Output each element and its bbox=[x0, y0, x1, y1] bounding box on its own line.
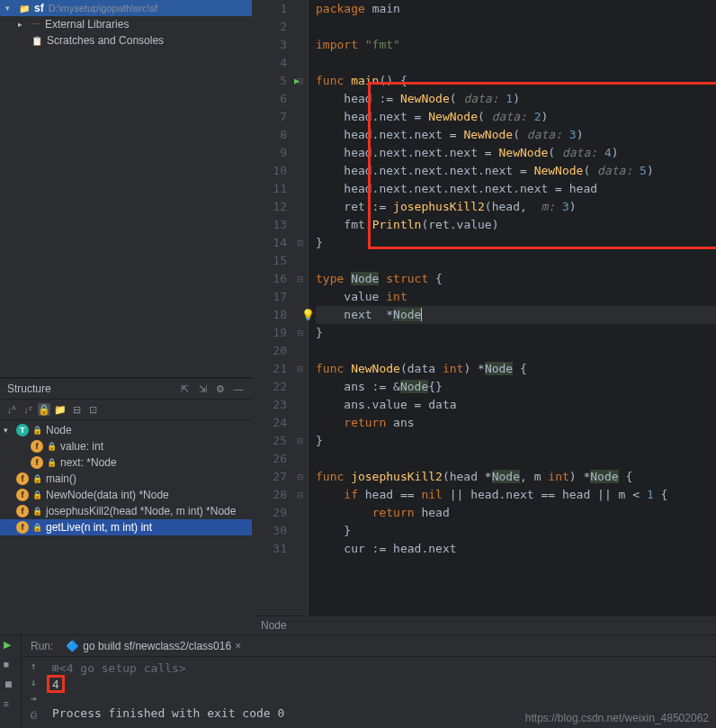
fold-marker[interactable] bbox=[292, 342, 308, 360]
fold-marker[interactable]: ⊟ bbox=[292, 432, 308, 450]
run-button[interactable]: ▶ bbox=[4, 639, 18, 653]
structure-tree[interactable]: ▾ T 🔒 Node f 🔒 value: int f 🔒 next: *Nod… bbox=[0, 420, 252, 537]
line-number[interactable]: 31 bbox=[257, 540, 287, 558]
line-number[interactable]: 9 bbox=[257, 144, 287, 162]
line-number[interactable]: 5▶ bbox=[257, 72, 287, 90]
code-line[interactable] bbox=[316, 18, 716, 36]
code-line[interactable]: func NewNode(data int) *Node { bbox=[316, 360, 716, 378]
line-number[interactable]: 20 bbox=[257, 342, 287, 360]
code-line[interactable]: head.next.next.next.next.next = head bbox=[316, 180, 716, 198]
line-number[interactable]: 12 bbox=[257, 198, 287, 216]
layout-button[interactable]: ≡ bbox=[4, 698, 18, 713]
intention-bulb-icon[interactable]: 💡 bbox=[301, 306, 315, 324]
fold-marker[interactable] bbox=[292, 126, 308, 144]
line-number[interactable]: 30 bbox=[257, 522, 287, 540]
code-line[interactable]: value int bbox=[316, 288, 716, 306]
struct-type-node[interactable]: ▾ T 🔒 Node bbox=[0, 422, 252, 438]
autoscroll-from-icon[interactable]: ⊡ bbox=[86, 403, 99, 416]
code-line[interactable] bbox=[316, 252, 716, 270]
fold-marker[interactable] bbox=[292, 414, 308, 432]
close-icon[interactable]: × bbox=[235, 640, 241, 652]
line-number[interactable]: 4 bbox=[257, 54, 287, 72]
line-number[interactable]: 18 bbox=[257, 306, 287, 324]
fold-marker[interactable]: ⊟ bbox=[292, 486, 308, 504]
project-tree[interactable]: ▾ sf D:\mysetup\gopath\src\sf ▸ External… bbox=[0, 0, 252, 378]
code-line[interactable]: return ans bbox=[316, 414, 716, 432]
line-number[interactable]: 27 bbox=[257, 468, 287, 486]
fold-marker[interactable]: ⊟ bbox=[292, 360, 308, 378]
fold-marker[interactable] bbox=[292, 54, 308, 72]
fold-marker[interactable] bbox=[292, 18, 308, 36]
fold-marker[interactable] bbox=[292, 36, 308, 54]
fold-marker[interactable] bbox=[292, 198, 308, 216]
line-number[interactable]: 28 bbox=[257, 486, 287, 504]
fold-marker[interactable] bbox=[292, 522, 308, 540]
fold-marker[interactable] bbox=[292, 216, 308, 234]
exit-button[interactable]: ⏹ bbox=[4, 679, 18, 693]
line-number[interactable]: 10 bbox=[257, 162, 287, 180]
folder-lock-icon[interactable]: 🔒 bbox=[38, 403, 50, 416]
struct-field[interactable]: f 🔒 next: *Node bbox=[0, 454, 252, 471]
line-number[interactable]: 13 bbox=[257, 216, 287, 234]
project-root[interactable]: ▾ sf D:\mysetup\gopath\src\sf bbox=[0, 0, 252, 16]
fold-marker[interactable] bbox=[292, 504, 308, 522]
fold-marker[interactable] bbox=[292, 144, 308, 162]
code-line[interactable] bbox=[316, 54, 716, 72]
fold-marker[interactable]: ⊟ bbox=[292, 324, 308, 342]
code-line[interactable]: type Node struct { bbox=[316, 270, 716, 288]
fold-marker[interactable] bbox=[292, 540, 308, 558]
line-number[interactable]: 17 bbox=[257, 288, 287, 306]
line-number[interactable]: 2 bbox=[257, 18, 287, 36]
code-line[interactable]: func main() { bbox=[316, 72, 716, 90]
code-content[interactable]: package mainimport "fmt"func main() { he… bbox=[309, 0, 716, 616]
chevron-down-icon[interactable]: ▾ bbox=[4, 426, 13, 435]
soft-wrap-icon[interactable]: ⇥ bbox=[27, 693, 40, 706]
struct-func-main[interactable]: f 🔒 main() bbox=[0, 471, 252, 487]
line-number[interactable]: 23 bbox=[257, 396, 287, 414]
print-icon[interactable]: ⎙ bbox=[27, 709, 40, 722]
line-number[interactable]: 7 bbox=[257, 108, 287, 126]
code-line[interactable] bbox=[316, 450, 716, 468]
line-number[interactable]: 26 bbox=[257, 450, 287, 468]
fold-marker[interactable] bbox=[292, 108, 308, 126]
line-number[interactable]: 6 bbox=[257, 90, 287, 108]
code-editor[interactable]: 12345▶6789101112131415161718192021222324… bbox=[252, 0, 716, 616]
expand-arrow-icon[interactable]: ▸ bbox=[18, 20, 27, 29]
line-number[interactable]: 11 bbox=[257, 180, 287, 198]
line-number[interactable]: 16 bbox=[257, 270, 287, 288]
fold-marker[interactable]: ⊟ bbox=[292, 234, 308, 252]
line-number[interactable]: 14 bbox=[257, 234, 287, 252]
code-line[interactable]: } bbox=[316, 522, 716, 540]
fold-marker[interactable] bbox=[292, 378, 308, 396]
line-number[interactable]: 29 bbox=[257, 504, 287, 522]
code-line[interactable]: 💡 next *Node bbox=[316, 306, 716, 324]
gear-icon[interactable]: ⚙ bbox=[214, 382, 227, 395]
code-line[interactable]: return head bbox=[316, 504, 716, 522]
line-number[interactable]: 15 bbox=[257, 252, 287, 270]
up-arrow-icon[interactable]: ↑ bbox=[27, 661, 40, 673]
minimize-icon[interactable]: — bbox=[232, 382, 245, 395]
code-line[interactable]: } bbox=[316, 432, 716, 450]
autoscroll-icon[interactable]: ⊟ bbox=[70, 403, 83, 416]
code-line[interactable]: package main bbox=[316, 0, 716, 18]
fold-marker[interactable]: ⊟ bbox=[292, 468, 308, 486]
code-line[interactable]: import "fmt" bbox=[316, 36, 716, 54]
expand-all-icon[interactable]: ⇱ bbox=[178, 382, 191, 395]
code-line[interactable]: if head == nil || head.next == head || m… bbox=[316, 486, 716, 504]
fold-marker[interactable] bbox=[292, 162, 308, 180]
code-line[interactable]: func josephusKill2(head *Node, m int) *N… bbox=[316, 468, 716, 486]
sort-alpha-icon[interactable]: ↓ᴬ bbox=[5, 403, 18, 416]
fold-marker[interactable] bbox=[292, 396, 308, 414]
fold-marker[interactable]: ⊟ bbox=[292, 270, 308, 288]
line-number[interactable]: 1 bbox=[257, 0, 287, 18]
collapse-all-icon[interactable]: ⇲ bbox=[196, 382, 209, 395]
code-line[interactable]: ret := josephusKill2(head, m: 3) bbox=[316, 198, 716, 216]
fold-marker[interactable] bbox=[292, 288, 308, 306]
fold-marker[interactable] bbox=[292, 450, 308, 468]
down-arrow-icon[interactable]: ↓ bbox=[27, 677, 40, 689]
struct-func-getlive[interactable]: f 🔒 getLive(n int, m int) int bbox=[0, 519, 252, 535]
line-number[interactable]: 22 bbox=[257, 378, 287, 396]
sort-visibility-icon[interactable]: ↓ᶻ bbox=[22, 403, 34, 416]
fold-marker[interactable] bbox=[292, 252, 308, 270]
line-number[interactable]: 21 bbox=[257, 360, 287, 378]
